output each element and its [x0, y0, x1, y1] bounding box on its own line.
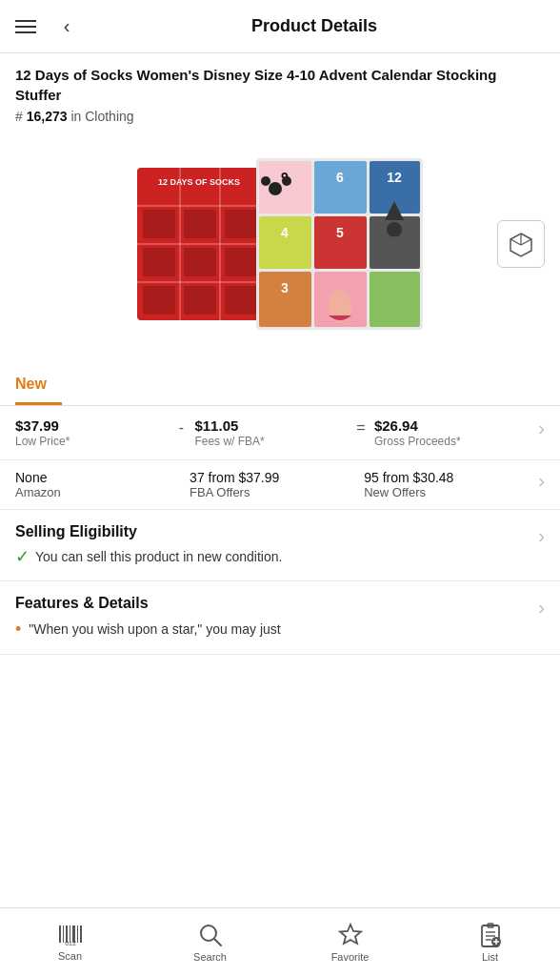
feature-bullet-text: "When you wish upon a star," you may jus… — [29, 620, 280, 640]
product-image-area: 12 DAYS OF SOCKS — [0, 130, 560, 358]
features-chevron: › — [538, 595, 545, 619]
rank-hash: # — [15, 109, 27, 124]
checkmark-icon: ✓ — [15, 546, 30, 567]
nav-favorite[interactable]: Favorite — [280, 908, 420, 976]
box-3d-icon — [507, 230, 535, 258]
low-price-col: $37.99 Low Price* — [15, 417, 168, 448]
features-title: Features & Details — [15, 595, 530, 612]
svg-text:012: 012 — [65, 940, 76, 946]
search-label: Search — [193, 951, 227, 963]
list-icon — [479, 923, 502, 947]
gross-proceeds-col: $26.94 Gross Proceeds* — [374, 417, 527, 448]
selling-eligibility-text: You can sell this product in new conditi… — [35, 549, 282, 564]
new-offers-col: 95 from $30.48 New Offers — [364, 470, 538, 499]
pricing-section[interactable]: $37.99 Low Price* - $11.05 Fees w/ FBA* … — [0, 406, 560, 460]
rank-category: in Clothing — [70, 109, 133, 124]
fees-col: $11.05 Fees w/ FBA* — [194, 417, 347, 448]
rank-number: 16,273 — [27, 109, 68, 124]
pricing-chevron-right: › — [534, 417, 545, 439]
svg-point-38 — [387, 222, 402, 237]
svg-rect-15 — [225, 286, 257, 315]
fba-offers-col: 37 from $37.99 FBA Offers — [190, 470, 364, 499]
product-title: 12 Days of Socks Women's Disney Size 4-1… — [15, 65, 545, 105]
gross-proceeds-label: Gross Proceeds* — [374, 435, 527, 448]
bullet-icon: • — [15, 620, 21, 640]
amazon-offers-col: None Amazon — [15, 470, 190, 499]
svg-marker-53 — [340, 925, 361, 944]
product-rank: # 16,273 in Clothing — [15, 109, 545, 124]
svg-text:12 DAYS OF SOCKS: 12 DAYS OF SOCKS — [158, 177, 240, 187]
features-section[interactable]: Features & Details • "When you wish upon… — [0, 581, 560, 655]
svg-rect-49 — [80, 925, 82, 943]
fba-val: 37 from $37.99 — [190, 470, 364, 485]
barcode-icon: 012 — [57, 924, 84, 946]
svg-rect-12 — [225, 248, 257, 276]
svg-text:5: 5 — [336, 225, 344, 240]
fees-value: $11.05 — [194, 417, 347, 434]
hamburger-line-1 — [15, 20, 36, 22]
svg-rect-10 — [143, 248, 175, 276]
svg-rect-48 — [77, 925, 78, 943]
tab-new[interactable]: New — [15, 366, 62, 405]
offers-chevron-right: › — [538, 470, 545, 492]
header: ‹ Product Details — [0, 0, 560, 53]
bottom-nav: 012 Scan Search Favorite List — [0, 907, 560, 976]
new-offers-val: 95 from $30.48 — [364, 470, 538, 485]
back-button[interactable]: ‹ — [50, 15, 84, 37]
svg-rect-44 — [63, 925, 64, 943]
svg-rect-11 — [184, 248, 216, 276]
svg-text:4: 4 — [281, 225, 289, 240]
svg-point-33 — [269, 182, 282, 195]
svg-rect-43 — [59, 925, 61, 943]
3d-view-button[interactable] — [497, 220, 545, 268]
svg-line-41 — [521, 239, 531, 245]
minus-separator: - — [175, 417, 187, 437]
svg-line-52 — [214, 939, 221, 946]
product-image: 12 DAYS OF SOCKS — [128, 149, 432, 339]
svg-rect-25 — [370, 272, 420, 327]
low-price-value: $37.99 — [15, 417, 168, 434]
svg-text:3: 3 — [281, 280, 289, 295]
hamburger-line-3 — [15, 31, 36, 33]
selling-eligibility-section[interactable]: Selling Eligibility ✓ You can sell this … — [0, 510, 560, 581]
fba-label: FBA Offers — [190, 485, 364, 499]
page-title: Product Details — [84, 16, 545, 36]
nav-scan[interactable]: 012 Scan — [0, 908, 140, 976]
nav-list[interactable]: List — [420, 908, 560, 976]
search-icon — [198, 923, 223, 947]
svg-rect-14 — [184, 286, 216, 315]
selling-eligibility-content: Selling Eligibility ✓ You can sell this … — [15, 523, 530, 567]
fees-label: Fees w/ FBA* — [194, 435, 347, 448]
gross-proceeds-value: $26.94 — [374, 417, 527, 434]
svg-rect-9 — [225, 210, 257, 238]
tabs-row: New — [0, 366, 560, 406]
selling-eligibility-chevron: › — [538, 523, 545, 547]
low-price-label: Low Price* — [15, 435, 168, 448]
selling-eligibility-body: ✓ You can sell this product in new condi… — [15, 546, 530, 567]
menu-button[interactable] — [15, 20, 50, 33]
svg-rect-13 — [143, 286, 175, 315]
svg-rect-7 — [143, 210, 175, 238]
svg-point-34 — [282, 176, 291, 186]
list-label: List — [482, 951, 498, 963]
product-title-section: 12 Days of Socks Women's Disney Size 4-1… — [0, 53, 560, 130]
svg-text:12: 12 — [387, 170, 402, 185]
star-icon — [338, 923, 363, 947]
svg-point-35 — [261, 176, 270, 186]
feature-bullet-item: • "When you wish upon a star," you may j… — [15, 620, 530, 640]
svg-text:6: 6 — [336, 170, 344, 185]
equals-separator: = — [355, 417, 367, 437]
amazon-val: None — [15, 470, 190, 485]
product-svg: 12 DAYS OF SOCKS — [128, 149, 432, 339]
selling-eligibility-title: Selling Eligibility — [15, 523, 530, 540]
new-offers-label: New Offers — [364, 485, 538, 499]
hamburger-line-2 — [15, 26, 36, 28]
svg-line-42 — [510, 239, 521, 245]
favorite-label: Favorite — [331, 951, 370, 963]
nav-search[interactable]: Search — [140, 908, 280, 976]
amazon-label: Amazon — [15, 485, 190, 499]
scan-label: Scan — [58, 950, 82, 962]
features-content: Features & Details • "When you wish upon… — [15, 595, 530, 640]
offers-section[interactable]: None Amazon 37 from $37.99 FBA Offers 95… — [0, 460, 560, 510]
svg-rect-8 — [184, 210, 216, 238]
